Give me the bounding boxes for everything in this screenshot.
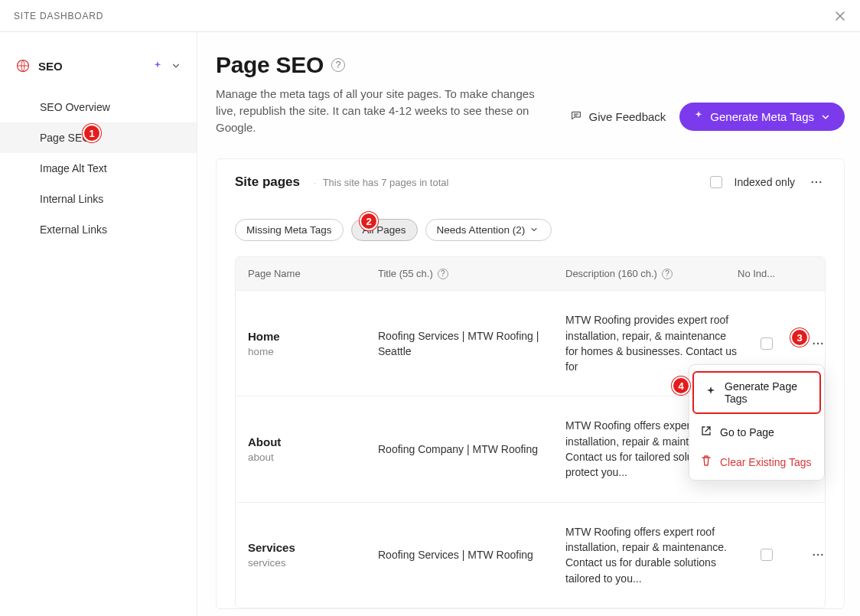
svg-point-5 xyxy=(817,343,819,344)
external-link-icon xyxy=(700,425,712,439)
topbar: SITE DASHBOARD xyxy=(0,0,860,32)
sidebar-section-label: SEO xyxy=(38,60,145,73)
topbar-title: SITE DASHBOARD xyxy=(14,11,103,21)
close-icon[interactable] xyxy=(834,10,846,22)
card-more-icon[interactable] xyxy=(807,173,826,191)
menu-clear-label: Clear Existing Tags xyxy=(720,456,812,468)
menu-generate-page-tags[interactable]: Generate Page Tags xyxy=(692,371,821,414)
row-more-icon[interactable] xyxy=(809,546,827,564)
filter-needs-attention[interactable]: Needs Attention (2) xyxy=(425,219,552,241)
page-slug: home xyxy=(248,346,378,357)
table-header-row: Page Name Title (55 ch.) ? Description (… xyxy=(236,257,825,290)
page-name: Services xyxy=(248,541,378,554)
sparkle-icon xyxy=(705,386,717,400)
annotation-badge: 1 xyxy=(83,124,101,142)
filter-needs-attention-label: Needs Attention (2) xyxy=(437,224,526,236)
page-slug: about xyxy=(248,451,378,463)
th-title-label: Title (55 ch.) xyxy=(378,268,433,279)
menu-goto-label: Go to Page xyxy=(720,426,774,438)
globe-seo-icon xyxy=(15,58,31,73)
sidebar-item-external-links[interactable]: External Links xyxy=(0,214,197,245)
main: Page SEO ? Manage the meta tags of all y… xyxy=(197,32,860,616)
svg-point-2 xyxy=(816,181,817,183)
sparkle-icon xyxy=(152,60,163,71)
annotation-badge: 4 xyxy=(672,376,690,395)
chevron-down-icon xyxy=(820,112,831,122)
no-index-checkbox[interactable] xyxy=(761,549,773,561)
page-title: Page SEO xyxy=(216,52,324,78)
sidebar: SEO SEO Overview Page SEO Image Alt Text… xyxy=(0,32,197,616)
page-description: Manage the meta tags of all your site pa… xyxy=(216,86,537,135)
th-page-name: Page Name xyxy=(248,268,378,279)
sidebar-item-internal-links[interactable]: Internal Links xyxy=(0,184,197,214)
help-icon[interactable]: ? xyxy=(331,58,345,72)
indexed-only-checkbox[interactable] xyxy=(710,176,722,188)
page-title-cell: Roofing Services | MTW Roofing xyxy=(378,547,565,562)
generate-meta-tags-label: Generate Meta Tags xyxy=(710,110,814,123)
no-index-checkbox[interactable] xyxy=(761,337,773,350)
feedback-icon xyxy=(570,109,582,124)
th-no-index: No Ind... xyxy=(738,268,795,279)
page-name: About xyxy=(248,435,378,448)
page-header: Page SEO ? Manage the meta tags of all y… xyxy=(216,52,845,135)
annotation-badge: 2 xyxy=(360,212,378,230)
sparkle-icon xyxy=(693,110,704,123)
card-subtitle: This site has 7 pages in total xyxy=(308,177,448,188)
card-title: Site pages xyxy=(235,174,300,190)
sidebar-items: SEO Overview Page SEO Image Alt Text Int… xyxy=(0,92,197,245)
give-feedback-label: Give Feedback xyxy=(588,110,666,123)
chevron-down-icon xyxy=(529,225,540,236)
svg-point-6 xyxy=(821,343,823,344)
help-icon[interactable]: ? xyxy=(662,269,673,279)
svg-point-11 xyxy=(817,554,819,556)
filter-pills: Missing Meta Tags All Pages Needs Attent… xyxy=(217,205,844,241)
th-description-label: Description (160 ch.) xyxy=(565,268,657,279)
page-slug: services xyxy=(248,557,378,569)
sidebar-item-image-alt-text[interactable]: Image Alt Text xyxy=(0,153,197,184)
filter-missing-meta-tags[interactable]: Missing Meta Tags xyxy=(235,219,344,241)
annotation-badge: 3 xyxy=(790,328,809,347)
trash-icon xyxy=(700,455,712,469)
svg-point-4 xyxy=(813,343,815,344)
indexed-only-label: Indexed only xyxy=(735,176,795,188)
sidebar-item-seo-overview[interactable]: SEO Overview xyxy=(0,92,197,122)
th-description: Description (160 ch.) ? xyxy=(565,268,738,279)
svg-point-12 xyxy=(821,554,823,556)
svg-point-1 xyxy=(812,181,813,183)
page-description-cell: MTW Roofing offers expert roof installat… xyxy=(565,524,738,586)
menu-generate-label: Generate Page Tags xyxy=(725,380,809,405)
menu-clear-existing-tags[interactable]: Clear Existing Tags xyxy=(689,447,824,477)
row-more-icon[interactable] xyxy=(809,334,827,353)
help-icon[interactable]: ? xyxy=(438,269,448,279)
give-feedback-button[interactable]: Give Feedback xyxy=(570,109,666,124)
svg-point-3 xyxy=(819,181,821,183)
page-name: Home xyxy=(248,330,378,343)
page-title-cell: Roofing Company | MTW Roofing xyxy=(378,442,565,457)
sidebar-section-seo[interactable]: SEO xyxy=(0,51,197,81)
menu-go-to-page[interactable]: Go to Page xyxy=(689,417,824,447)
table-row: Services services Roofing Services | MTW… xyxy=(236,502,825,608)
th-title: Title (55 ch.) ? xyxy=(378,268,565,279)
generate-meta-tags-button[interactable]: Generate Meta Tags xyxy=(679,103,845,131)
chevron-down-icon xyxy=(171,60,181,71)
svg-point-10 xyxy=(813,554,815,556)
row-actions-menu: Generate Page Tags Go to Page Clear Exis… xyxy=(689,364,825,481)
page-title-cell: Roofing Services | MTW Roofing | Seattle xyxy=(378,328,565,360)
